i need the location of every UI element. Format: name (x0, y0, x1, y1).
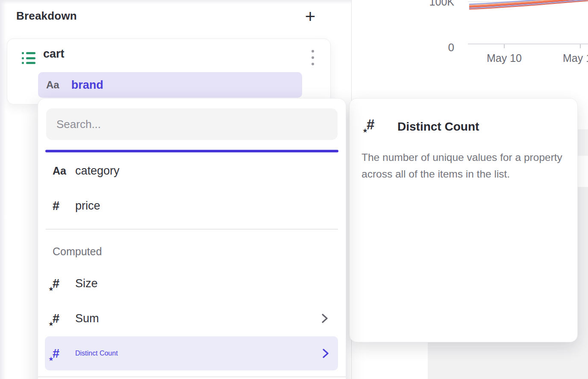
computed-option-distinct-count[interactable]: #★ Distinct Count (45, 336, 338, 370)
breakdown-group-card: cart Aa brand (7, 38, 331, 105)
dropdown-divider (38, 376, 346, 377)
submenu-chevron-icon (321, 312, 329, 324)
selected-property-chip[interactable]: Aa brand (38, 72, 302, 98)
computed-number-icon: #★ (53, 312, 59, 325)
more-options-button[interactable] (306, 50, 319, 65)
app-screen: 100K 0 May 10 May 17 Breakdown + cart (0, 0, 588, 379)
breakdown-section-title: Breakdown (16, 9, 77, 23)
x-axis-tickmark (580, 44, 581, 48)
computed-section-label: Computed (53, 245, 102, 258)
computed-option-size[interactable]: #★ Size (38, 271, 346, 296)
property-option-price[interactable]: # price (38, 193, 346, 219)
property-option-label: price (75, 199, 100, 213)
property-option-category[interactable]: Aa category (38, 158, 346, 184)
submenu-chevron-icon (322, 347, 329, 359)
computed-number-icon: #★ (53, 347, 59, 360)
text-type-icon: Aa (53, 165, 66, 177)
search-input[interactable] (46, 108, 338, 140)
add-breakdown-button[interactable]: + (300, 7, 320, 27)
computed-option-sum[interactable]: #★ Sum (38, 306, 346, 331)
computed-option-label: Sum (75, 312, 99, 325)
list-property-icon (22, 52, 36, 64)
y-axis-tick-100k: 100K (424, 0, 454, 8)
computed-option-label: Distinct Count (75, 350, 118, 357)
dropdown-divider (46, 229, 338, 230)
property-select-dropdown: Aa category # price Computed #★ Size #★ … (38, 98, 346, 379)
tooltip-title: Distinct Count (397, 120, 479, 134)
property-info-tooltip: #★ Distinct Count The number of unique v… (349, 98, 578, 342)
selected-property-label: brand (71, 79, 103, 92)
line-chart-series (468, 0, 588, 22)
y-axis-tick-0: 0 (424, 41, 454, 54)
scroll-indicator-bar (45, 150, 338, 152)
computed-option-label: Size (75, 277, 98, 290)
group-name-label: cart (43, 47, 65, 61)
x-axis-line (468, 44, 588, 44)
x-axis-tick-may17: May 17 (557, 52, 588, 64)
property-option-label: category (75, 164, 120, 178)
number-type-icon: # (53, 199, 59, 213)
tooltip-description: The number of unique values for a proper… (362, 149, 575, 182)
x-axis-tickmark (504, 44, 505, 48)
computed-number-icon: #★ (53, 277, 59, 290)
x-axis-tick-may10: May 10 (481, 52, 528, 64)
text-type-icon: Aa (46, 79, 59, 91)
